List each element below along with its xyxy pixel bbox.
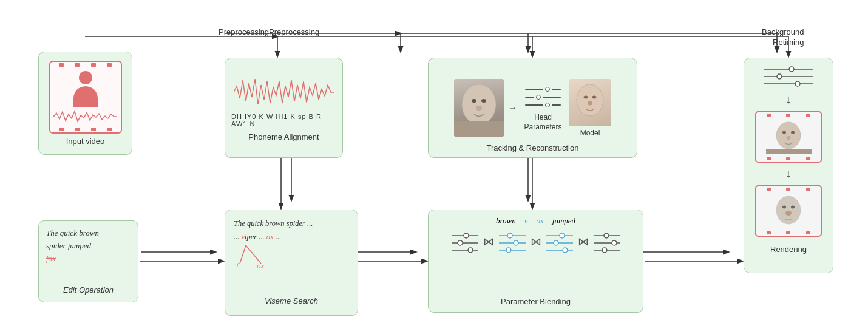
face-photo: [454, 79, 504, 137]
rendering-label: Rendering: [770, 245, 807, 254]
person-body-shape: [73, 86, 98, 107]
film-hole: [91, 128, 96, 131]
background-retiming-label: BackgroundRetiming: [762, 27, 804, 48]
blend-sliders-row: ⋈ ⋈: [449, 230, 623, 254]
model-label: Model: [580, 129, 600, 137]
film-frame-2: [755, 185, 822, 237]
slider-line-right: [552, 89, 561, 90]
parameter-blending-label: Parameter Blending: [501, 297, 571, 306]
film-frame-holes-bottom-1: [756, 157, 821, 160]
svg-text:ox: ox: [257, 261, 265, 268]
svg-point-57: [786, 136, 790, 140]
film-hole: [107, 63, 112, 67]
viper-text: v: [242, 233, 245, 241]
svg-line-11: [240, 245, 246, 264]
blend-slider-4: [591, 230, 623, 254]
svg-point-23: [588, 101, 592, 105]
svg-point-22: [592, 95, 597, 98]
blend-word-brown: brown: [496, 216, 516, 226]
diagram-container: PreprocessingPreprocessing BackgroundRet…: [0, 0, 868, 334]
svg-point-49: [789, 67, 794, 72]
slider-line: [525, 89, 543, 90]
phoneme-alignment-box: DH IY0 K W IH1 K sp B R AW1 N Phoneme Al…: [225, 58, 343, 158]
film-frame-content-2: [756, 186, 821, 236]
svg-point-51: [777, 74, 782, 79]
film-frame-hole: [767, 188, 771, 191]
blend-slider-2: [497, 230, 528, 254]
svg-point-61: [791, 206, 795, 209]
svg-point-37: [560, 233, 565, 238]
film-frame-hole: [806, 114, 810, 117]
render-sliders: [761, 64, 816, 87]
waveform-large-svg: [234, 74, 334, 111]
svg-point-25: [464, 233, 469, 238]
slider-row-3: [525, 103, 561, 107]
slider-row-1: [525, 87, 561, 92]
film-frame-hole: [767, 157, 771, 160]
film-frame-hole: [767, 231, 771, 234]
mix-symbol-1: ⋈: [483, 235, 494, 248]
svg-point-54: [776, 122, 801, 149]
sliders-icon: [522, 84, 564, 111]
svg-point-35: [506, 248, 511, 253]
svg-point-27: [458, 240, 463, 245]
svg-point-20: [577, 84, 603, 116]
face-in-frame-2: [766, 194, 812, 228]
strikethrough-fox: fox: [46, 254, 56, 263]
slider-dot-2: [536, 95, 541, 100]
head-model-area: Model: [569, 79, 611, 137]
mix-symbol-2: ⋈: [531, 235, 541, 248]
svg-point-39: [554, 240, 558, 245]
svg-point-17: [481, 99, 486, 103]
face-svg: [454, 79, 504, 137]
svg-text:f: f: [236, 261, 240, 268]
svg-point-18: [476, 106, 482, 111]
head-parameters-label: HeadParameters: [524, 113, 561, 132]
rendering-box: ↓: [744, 58, 833, 273]
phoneme-alignment-label: Phoneme Alignment: [248, 132, 319, 141]
tracking-bottom-label: Tracking & Reconstruction: [429, 140, 637, 152]
face-in-frame-1: [766, 120, 812, 154]
face-render-svg: [569, 79, 611, 126]
svg-point-43: [604, 233, 609, 238]
input-video-box: Input video: [38, 52, 132, 155]
edit-text: The quick brown spider jumped fox: [46, 227, 99, 265]
parameter-blending-box: brown v ox jumped ⋈: [428, 210, 643, 313]
tracking-arrow: →: [509, 103, 517, 113]
edit-operation-box: The quick brown spider jumped fox Edit O…: [38, 220, 138, 302]
film-hole: [59, 128, 64, 131]
blend-labels: brown v ox jumped: [435, 216, 637, 226]
mix-symbol-3: ⋈: [578, 235, 589, 248]
tracking-reconstruction-label: Tracking & Reconstruction: [429, 143, 637, 152]
blend-word-ox: ox: [536, 216, 543, 226]
film-frame-content-1: [756, 112, 821, 162]
blend-slider-1: [449, 230, 481, 254]
film-frame-hole: [786, 157, 790, 160]
person-head-shape: [79, 71, 92, 84]
film-frame-holes-top-2: [756, 188, 821, 191]
svg-point-56: [791, 131, 795, 134]
svg-rect-58: [766, 149, 812, 154]
film-holes-bottom: [50, 126, 121, 132]
slider-line-right-3: [552, 104, 561, 106]
film-frame-hole: [786, 231, 790, 234]
render-arrow-1: ↓: [786, 94, 792, 106]
blend-slider-3: [544, 230, 575, 254]
edit-operation-label: Edit Operation: [63, 284, 114, 296]
film-hole: [91, 63, 96, 67]
head-parameters-area: HeadParameters: [522, 84, 564, 132]
preprocessing-label: PreprocessingPreprocessing: [219, 27, 319, 36]
svg-point-29: [468, 248, 473, 253]
slider-line-left: [525, 97, 534, 98]
svg-point-62: [785, 211, 792, 216]
film-frame-hole: [767, 114, 771, 117]
blend-word-v: v: [524, 216, 528, 226]
film-frame-hole: [806, 231, 810, 234]
svg-point-55: [782, 131, 786, 134]
film-frame-hole: [806, 188, 810, 191]
svg-point-31: [507, 233, 512, 238]
film-hole: [75, 63, 80, 67]
svg-point-60: [782, 206, 786, 209]
tracking-reconstruction-box: →: [428, 58, 637, 158]
slider-row-2: [525, 95, 561, 100]
